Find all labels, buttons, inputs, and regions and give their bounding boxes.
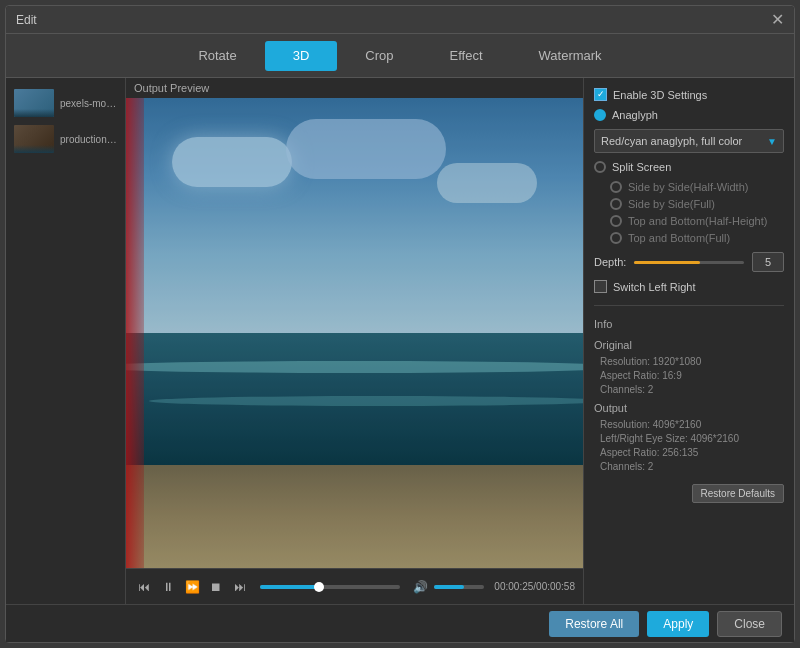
restore-defaults-button[interactable]: Restore Defaults [692, 484, 784, 503]
tb-half-label: Top and Bottom(Half-Height) [628, 215, 767, 227]
volume-area: 🔊 [410, 577, 484, 597]
sky-layer [126, 98, 583, 357]
dropdown-arrow-icon: ▼ [767, 136, 777, 147]
switch-lr-checkbox[interactable] [594, 280, 607, 293]
wave [126, 361, 583, 373]
volume-slider[interactable] [434, 585, 484, 589]
depth-slider[interactable] [634, 261, 744, 264]
output-preview-label: Output Preview [126, 78, 583, 98]
volume-fill [434, 585, 464, 589]
bottom-bar: Restore All Apply Close [6, 604, 794, 642]
stop-button[interactable]: ⏹ [206, 577, 226, 597]
info-title: Info [594, 318, 784, 330]
playback-controls: ⏮ ⏸ ⏩ ⏹ ⏭ 🔊 00:00:25/00:00:58 [126, 568, 583, 604]
anaglyph-row: Anaglyph [594, 109, 784, 121]
video-preview [126, 98, 583, 568]
top-bottom-half-row: Top and Bottom(Half-Height) [610, 215, 784, 227]
tab-bar: Rotate 3D Crop Effect Watermark [6, 34, 794, 78]
sbs-half-radio[interactable] [610, 181, 622, 193]
depth-input[interactable]: 5 [752, 252, 784, 272]
right-panel: Enable 3D Settings Anaglyph Red/cyan ana… [584, 78, 794, 604]
thumbnail-image [14, 89, 54, 117]
tb-full-radio[interactable] [610, 232, 622, 244]
split-screen-options: Side by Side(Half-Width) Side by Side(Fu… [594, 181, 784, 244]
tab-crop[interactable]: Crop [337, 41, 421, 71]
pause-button[interactable]: ⏸ [158, 577, 178, 597]
play-forward-button[interactable]: ⏩ [182, 577, 202, 597]
list-item[interactable]: production_id... [10, 122, 121, 156]
beach-scene [126, 98, 583, 568]
anaglyph-radio[interactable] [594, 109, 606, 121]
tab-watermark[interactable]: Watermark [511, 41, 630, 71]
video-area: Output Preview [126, 78, 584, 604]
dropdown-value: Red/cyan anaglyph, full color [601, 135, 742, 147]
thumbnail-image [14, 125, 54, 153]
thumbnail-label: production_id... [60, 134, 117, 145]
restore-all-button[interactable]: Restore All [549, 611, 639, 637]
switch-lr-row: Switch Left Right [594, 280, 784, 293]
orig-channels: Channels: 2 [594, 384, 784, 395]
orig-resolution: Resolution: 1920*1080 [594, 356, 784, 367]
sbs-full-radio[interactable] [610, 198, 622, 210]
cloud [286, 119, 446, 179]
wave [149, 396, 583, 406]
tb-full-label: Top and Bottom(Full) [628, 232, 730, 244]
switch-lr-label: Switch Left Right [613, 281, 696, 293]
edit-window: Edit ✕ Rotate 3D Crop Effect Watermark p… [5, 5, 795, 643]
depth-label: Depth: [594, 256, 626, 268]
left-sidebar: pexels-movie... production_id... [6, 78, 126, 604]
sbs-half-label: Side by Side(Half-Width) [628, 181, 748, 193]
progress-bar[interactable] [260, 585, 400, 589]
anaglyph-dropdown[interactable]: Red/cyan anaglyph, full color ▼ [594, 129, 784, 153]
sand-layer [126, 465, 583, 568]
cloud [437, 163, 537, 203]
volume-icon[interactable]: 🔊 [410, 577, 430, 597]
video-canvas [126, 98, 583, 568]
close-button[interactable]: Close [717, 611, 782, 637]
tab-effect[interactable]: Effect [422, 41, 511, 71]
progress-thumb [314, 582, 324, 592]
depth-fill [634, 261, 700, 264]
split-screen-radio[interactable] [594, 161, 606, 173]
sbs-full-label: Side by Side(Full) [628, 198, 715, 210]
out-channels: Channels: 2 [594, 461, 784, 472]
anaglyph-label: Anaglyph [612, 109, 658, 121]
orig-aspect: Aspect Ratio: 16:9 [594, 370, 784, 381]
window-title: Edit [16, 13, 37, 27]
info-section: Info Original Resolution: 1920*1080 Aspe… [594, 318, 784, 472]
split-screen-label: Split Screen [612, 161, 671, 173]
output-label: Output [594, 402, 784, 414]
tab-rotate[interactable]: Rotate [170, 41, 264, 71]
tb-half-radio[interactable] [610, 215, 622, 227]
skip-back-button[interactable]: ⏮ [134, 577, 154, 597]
split-screen-row: Split Screen [594, 161, 784, 173]
out-resolution: Resolution: 4096*2160 [594, 419, 784, 430]
out-lr-size: Left/Right Eye Size: 4096*2160 [594, 433, 784, 444]
out-aspect: Aspect Ratio: 256:135 [594, 447, 784, 458]
enable-3d-row: Enable 3D Settings [594, 88, 784, 101]
title-bar: Edit ✕ [6, 6, 794, 34]
side-by-side-half-row: Side by Side(Half-Width) [610, 181, 784, 193]
tab-3d[interactable]: 3D [265, 41, 338, 71]
progress-fill [260, 585, 319, 589]
sea-layer [126, 333, 583, 474]
depth-row: Depth: 5 [594, 252, 784, 272]
apply-button[interactable]: Apply [647, 611, 709, 637]
main-content: pexels-movie... production_id... Output … [6, 78, 794, 604]
skip-forward-button[interactable]: ⏭ [230, 577, 250, 597]
enable-3d-label: Enable 3D Settings [613, 89, 707, 101]
side-by-side-full-row: Side by Side(Full) [610, 198, 784, 210]
thumbnail-label: pexels-movie... [60, 98, 117, 109]
top-bottom-full-row: Top and Bottom(Full) [610, 232, 784, 244]
anaglyph-artifact [126, 98, 144, 568]
time-display: 00:00:25/00:00:58 [494, 581, 575, 592]
original-label: Original [594, 339, 784, 351]
list-item[interactable]: pexels-movie... [10, 86, 121, 120]
enable-3d-checkbox[interactable] [594, 88, 607, 101]
divider [594, 305, 784, 306]
window-close-button[interactable]: ✕ [771, 12, 784, 28]
cloud [172, 137, 292, 187]
